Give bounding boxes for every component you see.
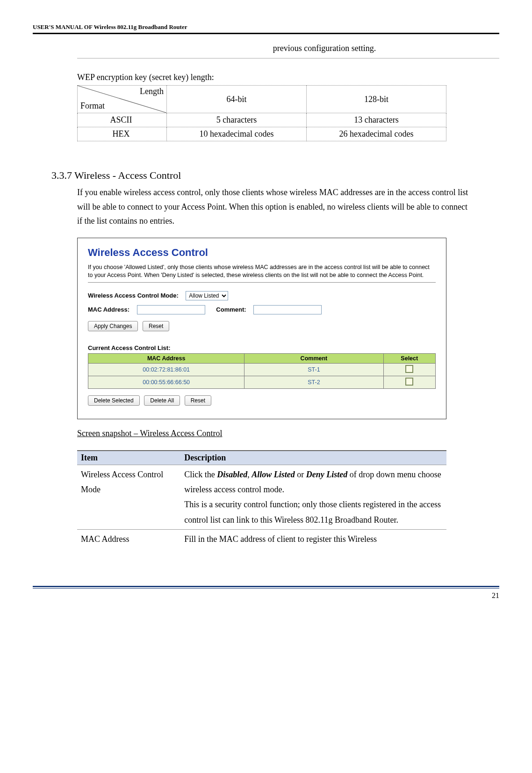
previous-config-text: previous configuration setting. — [150, 44, 499, 53]
desc-wireless-access: Click the Disabled, Allow Listed or Deny… — [180, 465, 446, 530]
acl-checkbox-0[interactable] — [405, 365, 413, 373]
page-footer: 21 — [33, 586, 499, 600]
page-number: 21 — [33, 591, 499, 600]
acl-comment-1: ST-2 — [244, 376, 383, 388]
wep-ascii-64: 5 characters — [167, 113, 307, 127]
acl-checkbox-1[interactable] — [405, 378, 413, 386]
wep-length-header: Length — [140, 87, 164, 96]
table-row: 00:02:72:81:86:01 ST-1 — [88, 363, 436, 376]
item-description-table: Item Description Wireless Access Control… — [77, 450, 446, 549]
table-row: 00:00:55:66:66:50 ST-2 — [88, 376, 436, 388]
acl-comment-0: ST-1 — [244, 363, 383, 376]
wac-title: Wireless Access Control — [88, 247, 436, 259]
acl-col-comment: Comment — [244, 353, 383, 363]
wac-mode-label: Wireless Access Control Mode: — [88, 292, 179, 299]
footer-rule-thin — [33, 588, 499, 589]
acl-mac-0: 00:02:72:81:86:01 — [88, 363, 244, 376]
desc-mac-address: Fill in the MAC address of client to reg… — [180, 530, 446, 549]
item-header: Item — [77, 451, 180, 465]
delete-all-button[interactable]: Delete All — [144, 395, 180, 406]
acl-col-mac: MAC Address — [88, 353, 244, 363]
acl-table: MAC Address Comment Select 00:02:72:81:8… — [88, 353, 436, 389]
item-mac-address: MAC Address — [77, 530, 180, 549]
mac-address-label: MAC Address: — [88, 306, 129, 313]
acl-col-select: Select — [383, 353, 435, 363]
wep-format-header: Format — [80, 101, 105, 111]
wac-divider — [88, 282, 436, 283]
wireless-access-control-panel: Wireless Access Control If you choose 'A… — [77, 238, 446, 419]
section-heading: 3.3.7 Wireless - Access Control — [51, 169, 499, 182]
config-underline — [77, 58, 499, 58]
description-header: Description — [180, 451, 446, 465]
reset-button[interactable]: Reset — [143, 321, 169, 331]
mac-address-input[interactable] — [137, 305, 205, 314]
section-body: If you enable wireless access control, o… — [77, 185, 471, 228]
wep-hex-128: 26 hexadecimal codes — [307, 127, 446, 141]
wep-format-length-cell: Length Format — [78, 86, 167, 113]
wep-col-64: 64-bit — [167, 86, 307, 113]
wep-hex-label: HEX — [78, 127, 167, 141]
footer-rule-thick — [33, 586, 499, 587]
wac-desc: If you choose 'Allowed Listed', only tho… — [88, 263, 436, 279]
apply-changes-button[interactable]: Apply Changes — [88, 321, 138, 331]
delete-selected-button[interactable]: Delete Selected — [88, 395, 140, 406]
wac-mode-select[interactable]: Allow Listed — [186, 291, 228, 300]
header-rule — [33, 33, 499, 34]
wep-ascii-label: ASCII — [78, 113, 167, 127]
wep-ascii-128: 13 characters — [307, 113, 446, 127]
item-wireless-access: Wireless Access Control Mode — [77, 465, 180, 530]
reset-button-2[interactable]: Reset — [185, 395, 211, 406]
snapshot-caption: Screen snapshot – Wireless Access Contro… — [77, 429, 499, 438]
comment-label: Comment: — [216, 306, 246, 313]
wep-caption: WEP encryption key (secret key) length: — [77, 73, 499, 82]
comment-input[interactable] — [253, 305, 322, 314]
wep-col-128: 128-bit — [307, 86, 446, 113]
page-header: USER'S MANUAL OF Wireless 802.11g Broadb… — [33, 23, 499, 31]
wep-table: Length Format 64-bit 128-bit ASCII 5 cha… — [77, 85, 446, 141]
acl-mac-1: 00:00:55:66:66:50 — [88, 376, 244, 388]
wep-hex-64: 10 hexadecimal codes — [167, 127, 307, 141]
acl-header: Current Access Control List: — [88, 344, 436, 351]
